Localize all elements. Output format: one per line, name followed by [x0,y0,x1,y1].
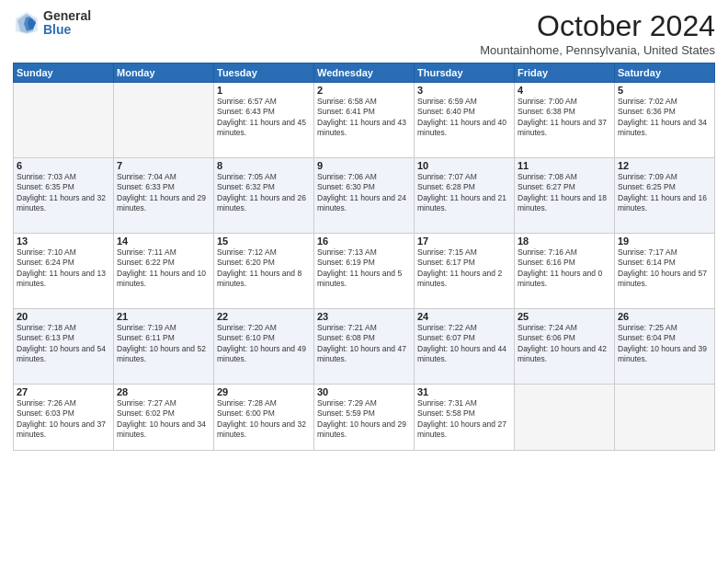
calendar-cell: 16Sunrise: 7:13 AM Sunset: 6:19 PM Dayli… [314,234,415,309]
calendar-page: General Blue October 2024 Mountainhome, … [0,0,728,563]
day-header-thursday: Thursday [415,63,515,83]
cell-info: Sunrise: 7:21 AM Sunset: 6:08 PM Dayligh… [317,323,406,363]
cell-info: Sunrise: 7:03 AM Sunset: 6:35 PM Dayligh… [17,172,106,213]
calendar-cell: 26Sunrise: 7:25 AM Sunset: 6:04 PM Dayli… [615,309,715,385]
cell-info: Sunrise: 7:13 AM Sunset: 6:19 PM Dayligh… [317,247,402,288]
calendar-header-row: SundayMondayTuesdayWednesdayThursdayFrid… [14,63,715,83]
calendar-cell: 27Sunrise: 7:26 AM Sunset: 6:03 PM Dayli… [14,385,114,451]
day-number: 1 [217,85,311,96]
cell-info: Sunrise: 7:08 AM Sunset: 6:27 PM Dayligh… [518,172,607,213]
day-number: 16 [317,236,411,247]
calendar-week-row: 1Sunrise: 6:57 AM Sunset: 6:43 PM Daylig… [14,83,715,158]
cell-info: Sunrise: 7:22 AM Sunset: 6:07 PM Dayligh… [417,323,506,363]
day-header-saturday: Saturday [615,63,715,83]
cell-info: Sunrise: 7:31 AM Sunset: 5:58 PM Dayligh… [417,398,506,439]
cell-info: Sunrise: 7:12 AM Sunset: 6:20 PM Dayligh… [217,247,301,288]
cell-info: Sunrise: 7:19 AM Sunset: 6:11 PM Dayligh… [117,323,206,363]
day-number: 31 [417,386,511,397]
month-title: October 2024 [480,9,715,43]
day-number: 11 [518,160,611,171]
calendar-cell: 24Sunrise: 7:22 AM Sunset: 6:07 PM Dayli… [415,309,515,385]
day-number: 22 [217,311,311,322]
calendar-cell: 30Sunrise: 7:29 AM Sunset: 5:59 PM Dayli… [314,385,415,451]
cell-info: Sunrise: 7:20 AM Sunset: 6:10 PM Dayligh… [217,323,306,363]
logo: General Blue [13,9,91,38]
day-number: 8 [217,160,311,171]
calendar-cell: 23Sunrise: 7:21 AM Sunset: 6:08 PM Dayli… [314,309,415,385]
day-number: 26 [618,311,711,322]
page-header: General Blue October 2024 Mountainhome, … [13,9,715,57]
day-number: 5 [618,85,711,96]
day-number: 13 [17,236,110,247]
cell-info: Sunrise: 7:00 AM Sunset: 6:38 PM Dayligh… [518,97,607,137]
cell-info: Sunrise: 7:04 AM Sunset: 6:33 PM Dayligh… [117,172,206,213]
day-header-sunday: Sunday [14,63,114,83]
logo-text: General Blue [43,9,91,38]
calendar-week-row: 27Sunrise: 7:26 AM Sunset: 6:03 PM Dayli… [14,385,715,451]
calendar-week-row: 20Sunrise: 7:18 AM Sunset: 6:13 PM Dayli… [14,309,715,385]
day-number: 12 [618,160,711,171]
day-number: 3 [417,85,511,96]
day-number: 21 [117,311,210,322]
calendar-cell: 20Sunrise: 7:18 AM Sunset: 6:13 PM Dayli… [14,309,114,385]
calendar-cell: 12Sunrise: 7:09 AM Sunset: 6:25 PM Dayli… [615,158,715,234]
calendar-cell [114,83,214,158]
calendar-cell: 25Sunrise: 7:24 AM Sunset: 6:06 PM Dayli… [515,309,615,385]
cell-info: Sunrise: 7:11 AM Sunset: 6:22 PM Dayligh… [117,247,206,288]
location-title: Mountainhome, Pennsylvania, United State… [480,43,715,57]
day-number: 23 [317,311,411,322]
calendar-week-row: 13Sunrise: 7:10 AM Sunset: 6:24 PM Dayli… [14,234,715,309]
calendar-cell: 8Sunrise: 7:05 AM Sunset: 6:32 PM Daylig… [214,158,314,234]
cell-info: Sunrise: 6:59 AM Sunset: 6:40 PM Dayligh… [417,97,506,137]
cell-info: Sunrise: 7:06 AM Sunset: 6:30 PM Dayligh… [317,172,406,213]
day-number: 4 [518,85,611,96]
cell-info: Sunrise: 7:24 AM Sunset: 6:06 PM Dayligh… [518,323,607,363]
day-header-friday: Friday [515,63,615,83]
day-number: 29 [217,386,311,397]
calendar-cell: 1Sunrise: 6:57 AM Sunset: 6:43 PM Daylig… [214,83,314,158]
cell-info: Sunrise: 7:15 AM Sunset: 6:17 PM Dayligh… [417,247,502,288]
logo-blue: Blue [43,23,91,37]
calendar-cell: 19Sunrise: 7:17 AM Sunset: 6:14 PM Dayli… [615,234,715,309]
calendar-cell: 7Sunrise: 7:04 AM Sunset: 6:33 PM Daylig… [114,158,214,234]
day-number: 25 [518,311,611,322]
day-number: 6 [17,160,110,171]
calendar-cell: 18Sunrise: 7:16 AM Sunset: 6:16 PM Dayli… [515,234,615,309]
cell-info: Sunrise: 7:09 AM Sunset: 6:25 PM Dayligh… [618,172,707,213]
day-header-tuesday: Tuesday [214,63,314,83]
day-number: 17 [417,236,511,247]
calendar-cell [615,385,715,451]
cell-info: Sunrise: 7:28 AM Sunset: 6:00 PM Dayligh… [217,398,306,439]
cell-info: Sunrise: 6:58 AM Sunset: 6:41 PM Dayligh… [317,97,406,137]
calendar-cell: 21Sunrise: 7:19 AM Sunset: 6:11 PM Dayli… [114,309,214,385]
calendar-cell: 4Sunrise: 7:00 AM Sunset: 6:38 PM Daylig… [515,83,615,158]
calendar-table: SundayMondayTuesdayWednesdayThursdayFrid… [13,63,715,451]
calendar-cell: 22Sunrise: 7:20 AM Sunset: 6:10 PM Dayli… [214,309,314,385]
day-header-monday: Monday [114,63,214,83]
day-number: 27 [17,386,110,397]
day-number: 19 [618,236,711,247]
day-number: 10 [417,160,511,171]
calendar-cell: 29Sunrise: 7:28 AM Sunset: 6:00 PM Dayli… [214,385,314,451]
title-block: October 2024 Mountainhome, Pennsylvania,… [480,9,715,57]
calendar-cell: 2Sunrise: 6:58 AM Sunset: 6:41 PM Daylig… [314,83,415,158]
day-number: 2 [317,85,411,96]
day-number: 18 [518,236,611,247]
calendar-week-row: 6Sunrise: 7:03 AM Sunset: 6:35 PM Daylig… [14,158,715,234]
calendar-cell: 31Sunrise: 7:31 AM Sunset: 5:58 PM Dayli… [415,385,515,451]
calendar-cell: 11Sunrise: 7:08 AM Sunset: 6:27 PM Dayli… [515,158,615,234]
calendar-cell [515,385,615,451]
cell-info: Sunrise: 7:07 AM Sunset: 6:28 PM Dayligh… [417,172,506,213]
logo-icon [13,9,40,37]
calendar-cell: 13Sunrise: 7:10 AM Sunset: 6:24 PM Dayli… [14,234,114,309]
cell-info: Sunrise: 7:26 AM Sunset: 6:03 PM Dayligh… [17,398,106,439]
day-number: 28 [117,386,210,397]
cell-info: Sunrise: 7:10 AM Sunset: 6:24 PM Dayligh… [17,247,106,288]
cell-info: Sunrise: 7:16 AM Sunset: 6:16 PM Dayligh… [518,247,602,288]
calendar-cell: 15Sunrise: 7:12 AM Sunset: 6:20 PM Dayli… [214,234,314,309]
calendar-cell: 9Sunrise: 7:06 AM Sunset: 6:30 PM Daylig… [314,158,415,234]
cell-info: Sunrise: 6:57 AM Sunset: 6:43 PM Dayligh… [217,97,306,137]
logo-general: General [43,9,91,23]
day-header-wednesday: Wednesday [314,63,415,83]
day-number: 30 [317,386,411,397]
